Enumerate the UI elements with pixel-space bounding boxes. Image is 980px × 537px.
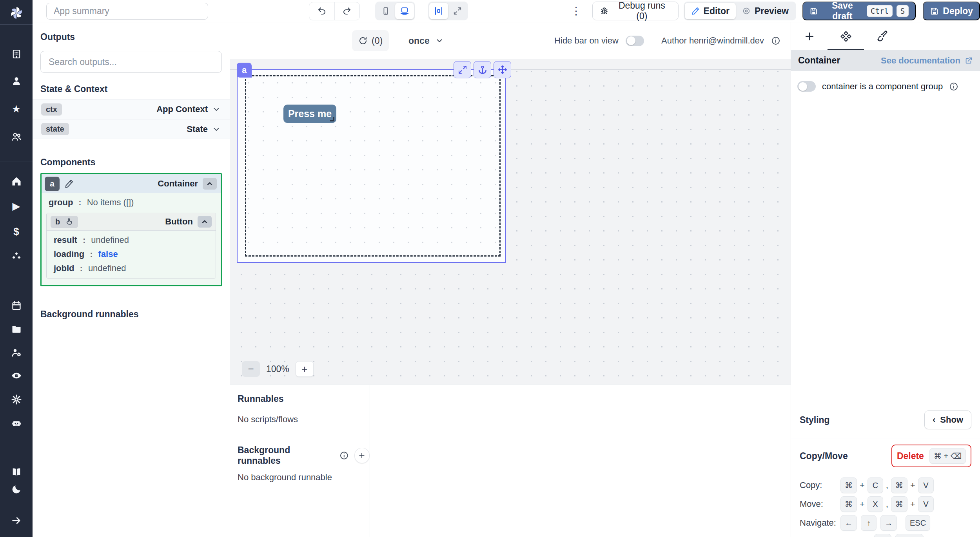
expand-icon [458, 65, 467, 74]
button-component-tree: b Button result:undefined loading:false … [46, 213, 216, 279]
hide-bar-toggle[interactable] [626, 36, 644, 46]
ctrl-key: Ctrl [867, 5, 893, 17]
zoom-in-button[interactable]: + [296, 361, 314, 377]
ai-robot-icon[interactable] [11, 418, 22, 429]
schedules-calendar-icon[interactable] [11, 300, 22, 311]
cmd-key: ⌘ [891, 496, 907, 512]
redo-button[interactable] [334, 2, 359, 20]
dark-mode-moon-icon[interactable] [11, 484, 22, 495]
favorites-star-icon[interactable]: ★ [11, 103, 22, 114]
no-background-label: No background runnable [238, 472, 370, 483]
container-group-prop[interactable]: group : No items ([]) [42, 193, 221, 212]
kebab-menu-icon[interactable]: ⋮ [571, 6, 581, 16]
resize-handle[interactable] [330, 117, 334, 121]
collapse-button[interactable] [198, 216, 212, 228]
mobile-view-button[interactable] [376, 3, 395, 19]
chevron-down-icon[interactable] [212, 125, 221, 134]
schedule-mode-dropdown[interactable]: once [408, 30, 444, 51]
center-layout-button[interactable] [429, 3, 448, 19]
v-key: V [918, 477, 934, 493]
windmill-logo-icon[interactable] [8, 5, 25, 21]
runs-play-icon[interactable]: ▶ [11, 201, 22, 212]
components-diamonds-icon [840, 31, 852, 42]
ctx-badge: ctx [41, 103, 62, 116]
tab-styling[interactable] [864, 22, 900, 50]
home-icon[interactable] [11, 176, 22, 187]
no-scripts-label: No scripts/flows [238, 414, 370, 425]
collapse-button[interactable] [203, 178, 217, 190]
zoom-out-button[interactable]: − [242, 361, 260, 377]
info-icon[interactable] [771, 36, 780, 45]
app-summary-input[interactable] [46, 3, 208, 20]
resources-cubes-icon[interactable] [11, 251, 22, 262]
chevron-up-icon [201, 218, 209, 226]
button-component-header[interactable]: b Button [47, 213, 216, 231]
info-icon[interactable] [339, 451, 349, 460]
audit-eye-icon[interactable] [11, 370, 22, 381]
ctx-row[interactable]: ctx App Context [33, 99, 230, 119]
button-output-props: result:undefined loading:false jobId:und… [47, 231, 216, 278]
info-icon[interactable] [949, 82, 958, 91]
components-title: Components [40, 157, 222, 168]
chevron-down-icon[interactable] [212, 105, 221, 114]
expand-component-button[interactable] [454, 61, 471, 78]
debug-runs-button[interactable]: Debug runs (0) [592, 2, 679, 20]
state-row[interactable]: state State [33, 119, 230, 139]
component-id-badge: a [45, 177, 60, 191]
delete-component-button[interactable]: Delete ⌘ + ⌫ [891, 445, 971, 467]
copy-shortcut-row: Copy: ⌘ + C , ⌘ + V [800, 477, 971, 493]
tab-editor[interactable]: Editor [685, 3, 736, 19]
deploy-button[interactable]: Deploy [923, 2, 980, 20]
container-component-a[interactable]: a Press me [237, 69, 506, 263]
tab-insert-component[interactable] [791, 22, 828, 50]
plus-icon [804, 31, 815, 42]
state-badge: state [41, 123, 69, 135]
styling-title: Styling [800, 415, 830, 425]
copy-move-section: Copy/Move Delete ⌘ + ⌫ Copy: ⌘ + C , ⌘ +… [791, 439, 980, 531]
outputs-panel: Outputs State & Context ctx App Context … [33, 22, 230, 537]
hide-bar-label: Hide bar on view [554, 36, 619, 46]
undo-button[interactable] [309, 2, 334, 20]
user-icon[interactable] [11, 76, 22, 87]
fullscreen-layout-button[interactable] [448, 3, 467, 19]
component-settings-panel: Container See documentation container is… [791, 22, 980, 537]
rename-pencil-icon[interactable] [64, 179, 74, 188]
save-draft-button[interactable]: Save draft Ctrl S [802, 2, 916, 20]
collapse-arrow-right-icon[interactable] [11, 515, 22, 526]
desktop-view-button[interactable] [395, 3, 414, 19]
canvas-grid[interactable]: a Press me − 100% + [230, 59, 791, 385]
press-me-button[interactable]: Press me [283, 105, 336, 123]
background-runnables-title: Background runnables [40, 309, 222, 320]
styling-section-header: Styling ‹ Show [791, 401, 980, 439]
folders-icon[interactable] [11, 324, 22, 334]
anchor-component-button[interactable] [474, 61, 491, 78]
refresh-all-button[interactable]: (0) [352, 30, 389, 51]
active-tab-underline [828, 49, 864, 50]
container-component-header[interactable]: a Container [42, 174, 221, 193]
runnables-list: Runnables No scripts/flows Background ru… [230, 385, 370, 537]
docs-book-icon[interactable] [11, 466, 22, 477]
prop-result[interactable]: result:undefined [47, 233, 216, 247]
external-link-icon [964, 56, 973, 65]
show-styling-button[interactable]: ‹ Show [924, 410, 971, 429]
main-sidebar: ★ ▶ $ [0, 0, 33, 537]
sidebar-divider [0, 504, 33, 504]
author-label: Author henri@windmill.dev [661, 36, 764, 46]
component-group-toggle[interactable] [797, 81, 816, 92]
layout-toggle-group [428, 2, 468, 20]
canvas-toolbar: (0) once Hide bar on view Author henri@w… [230, 22, 791, 59]
search-outputs-input[interactable] [40, 51, 222, 73]
prop-loading[interactable]: loading:false [47, 247, 216, 261]
groups-users-icon[interactable] [11, 131, 22, 142]
prop-jobid[interactable]: jobId:undefined [47, 261, 216, 275]
workspace-building-icon[interactable] [11, 49, 22, 60]
add-background-runnable-button[interactable] [354, 448, 370, 463]
variables-dollar-icon[interactable]: $ [11, 226, 22, 237]
tab-component-settings[interactable] [828, 22, 864, 50]
move-component-button[interactable] [494, 61, 511, 78]
workers-users-gear-icon[interactable] [11, 347, 22, 358]
container-drop-zone[interactable] [245, 75, 501, 257]
see-documentation-link[interactable]: See documentation [881, 56, 973, 66]
tab-preview[interactable]: Preview [736, 3, 795, 19]
settings-gear-icon[interactable] [11, 394, 22, 405]
